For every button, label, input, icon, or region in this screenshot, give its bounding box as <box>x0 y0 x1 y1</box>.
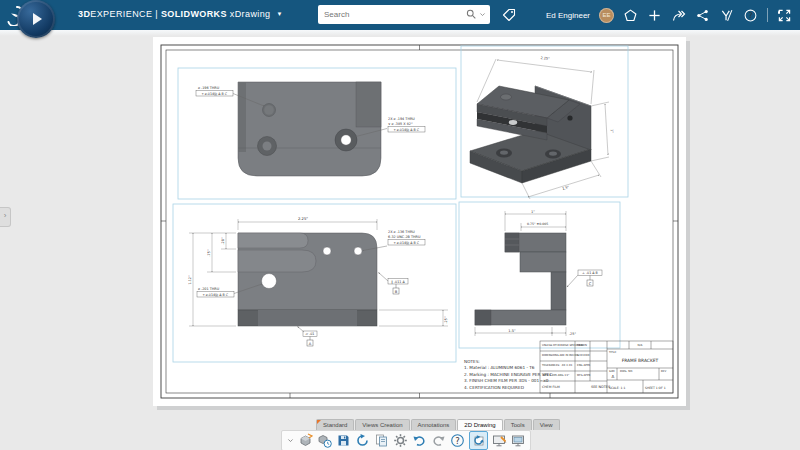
svg-text:∥ .011 A[interactable]: ∥ .011 A <box>391 280 405 284</box>
svg-text:.75"[interactable]: .75" <box>207 249 211 256</box>
svg-text:.25"[interactable]: .25" <box>569 332 576 336</box>
app-title[interactable]: 3DEXPERIENCE | SOLIDWORKS xDrawing ▼ <box>78 9 283 19</box>
front-view-tap-hole-2[interactable] <box>354 247 362 255</box>
search-bar[interactable] <box>318 5 490 24</box>
svg-text:DIMENSIONS ARE IN INCHES: DIMENSIONS ARE IN INCHES <box>542 354 579 357</box>
print-sheet-icon[interactable] <box>374 433 389 448</box>
share-arrow-icon[interactable] <box>671 8 686 23</box>
svg-text:MFG APPR: MFG APPR <box>577 374 590 377</box>
svg-text:TOLERANCES: .XX ±.01: TOLERANCES: .XX ±.01 <box>542 364 573 367</box>
search-icon[interactable] <box>466 9 477 20</box>
svg-text:2.25"[interactable]: 2.25" <box>298 216 308 221</box>
svg-text:CHECKED: CHECKED <box>577 354 590 357</box>
svg-text:.25"[interactable]: .25" <box>444 316 448 323</box>
tab-2d-drawing[interactable]: 2D Drawing <box>457 419 502 430</box>
ribbon-tabs: Standard Views Creation Annotations 2D D… <box>316 419 561 430</box>
user-name[interactable]: Ed Engineer <box>546 11 590 20</box>
svg-text:0.75" ±0.005[interactable]: 0.75" ±0.005 <box>527 222 548 226</box>
chevron-down-icon[interactable]: ▼ <box>276 11 282 17</box>
redo-icon[interactable] <box>431 433 446 448</box>
update-views-icon[interactable] <box>471 433 486 448</box>
svg-text:1"[interactable]: 1" <box>531 210 535 214</box>
svg-text:⌀ .196 THRU[interactable]: ⌀ .196 THRU <box>198 86 220 90</box>
svg-text:⊥ .01 A B[interactable]: ⊥ .01 A B <box>582 271 599 275</box>
tag-icon[interactable] <box>502 8 516 22</box>
svg-text:3. FINISH CHEM FILM PER 3DS -[interactable]: 3. FINISH CHEM FILM PER 3DS - 001 - x0 <box>464 378 549 383</box>
svg-text:1. Material : ALUMINUM 6061 -[interactable]: 1. Material : ALUMINUM 6061 - T6 <box>464 365 535 370</box>
svg-text:CHEM FILM: CHEM FILM <box>542 385 560 389</box>
3dexperience-compass[interactable] <box>17 0 55 38</box>
fullscreen-icon[interactable] <box>777 8 792 23</box>
edit-sheet-icon[interactable] <box>492 433 507 448</box>
brand-app: xDrawing <box>230 9 271 19</box>
svg-text:A: A <box>612 374 615 379</box>
help-icon[interactable]: ? <box>743 8 758 23</box>
tab-view[interactable]: View <box>533 419 560 430</box>
svg-text:?: ? <box>748 11 752 20</box>
drawing-title: FRAME BRACKET <box>622 358 659 363</box>
update-icon[interactable] <box>355 433 370 448</box>
brand-experience: EXPERIENCE <box>90 9 152 19</box>
svg-text:N/A: N/A <box>638 343 643 347</box>
svg-text:4. CERTIFICATION REQUIRED[interactable]: 4. CERTIFICATION REQUIRED <box>464 385 524 390</box>
svg-text:2X ⌀ .194 THRU[interactable]: 2X ⌀ .194 THRU <box>388 117 415 121</box>
svg-text:SEE NOTES: SEE NOTES <box>591 385 610 389</box>
svg-text:▱ .01[interactable]: ▱ .01 <box>306 332 315 336</box>
sheet-format-icon[interactable] <box>511 433 526 448</box>
svg-text:NOTES:[interactable]: NOTES: <box>464 359 480 364</box>
svg-text:1.12"[interactable]: 1.12" <box>188 275 192 285</box>
avatar[interactable]: EE <box>599 8 614 23</box>
top-view-left-shade <box>238 82 246 152</box>
svg-text:.28"[interactable]: .28" <box>221 237 225 244</box>
side-view-wall[interactable] <box>551 272 566 310</box>
svg-text:⌖ ⌀.014Ⓜ A B C[interactable]: ⌖ ⌀.014Ⓜ A B C <box>394 241 420 245</box>
play-icon <box>33 13 42 25</box>
top-view-step-shade <box>356 82 381 127</box>
iso-flange-hole <box>501 94 512 100</box>
svg-text:TITLE:: TITLE: <box>609 351 617 354</box>
svg-text:2X ⌀ .136 THRU[interactable]: 2X ⌀ .136 THRU <box>388 230 415 234</box>
front-view-lip <box>238 250 316 272</box>
tab-tools[interactable]: Tools <box>504 419 532 430</box>
front-view-bore-hole[interactable] <box>262 274 277 289</box>
ribbon-help-icon[interactable]: ? <box>450 433 465 448</box>
tab-views-creation[interactable]: Views Creation <box>355 419 409 430</box>
front-view-tap-hole-1[interactable] <box>323 247 331 255</box>
left-panel-expand-button[interactable]: › <box>0 207 11 227</box>
share-network-icon[interactable] <box>695 8 710 23</box>
undo-icon[interactable] <box>412 433 427 448</box>
svg-text:⌖ ⌀.014Ⓜ A B C[interactable]: ⌖ ⌀.014Ⓜ A B C <box>203 293 229 297</box>
tab-annotations[interactable]: Annotations <box>411 419 457 430</box>
import-part-icon[interactable] <box>298 433 313 448</box>
search-options-chevron-icon[interactable] <box>479 11 486 18</box>
svg-text:SCALE: 1:1: SCALE: 1:1 <box>609 386 626 390</box>
tab-standard[interactable]: Standard <box>316 419 354 430</box>
drawing-sheet <box>153 37 690 410</box>
modified-flag-icon <box>317 420 321 424</box>
svg-text:∨ ⌀ .385 X 82°[interactable]: ∨ ⌀ .385 X 82° <box>388 122 413 126</box>
svg-text:2. Marking : MACHINE ENGRAVE P[interactable]: 2. Marking : MACHINE ENGRAVE PER SPEC <box>464 372 552 377</box>
collapse-chevron-icon[interactable] <box>286 433 294 448</box>
svg-text:.XXX ±.005 ANG ±1°: .XXX ±.005 ANG ±1° <box>542 374 570 377</box>
iso-wall-hole-2 <box>567 115 572 120</box>
collaboration-icon[interactable] <box>719 8 734 23</box>
compass-share-icon[interactable] <box>623 8 638 23</box>
svg-text:⌀ .201 THRU[interactable]: ⌀ .201 THRU <box>198 287 220 291</box>
top-app-bar: 3DEXPERIENCE | SOLIDWORKS xDrawing ▼ Ed … <box>0 0 800 30</box>
add-icon[interactable] <box>647 8 662 23</box>
front-view-flange <box>238 233 308 248</box>
search-input[interactable] <box>318 10 466 19</box>
save-icon[interactable] <box>336 433 351 448</box>
insert-model-icon[interactable] <box>317 433 332 448</box>
drawing-canvas: ⌀ .196 THRU ⌖ ⌀.014Ⓜ A B C 2X ⌀ .194 THR… <box>0 0 800 450</box>
divider <box>767 8 768 22</box>
svg-text:SHEET 1 OF 1: SHEET 1 OF 1 <box>645 386 666 390</box>
svg-text:SIZE: SIZE <box>609 370 615 373</box>
update-views-active[interactable] <box>469 431 488 450</box>
svg-text:⌖ ⌀.014Ⓜ A B C[interactable]: ⌖ ⌀.014Ⓜ A B C <box>202 92 228 96</box>
svg-text:DWG. NO.: DWG. NO. <box>620 370 633 373</box>
settings-gear-icon[interactable] <box>393 433 408 448</box>
svg-text:1.5"[interactable]: 1.5" <box>508 329 516 333</box>
svg-text:6-32 UNC-2B THRU[interactable]: 6-32 UNC-2B THRU <box>388 235 421 239</box>
svg-text:⌖ ⌀.014Ⓜ A B C[interactable]: ⌖ ⌀.014Ⓜ A B C <box>394 128 420 132</box>
